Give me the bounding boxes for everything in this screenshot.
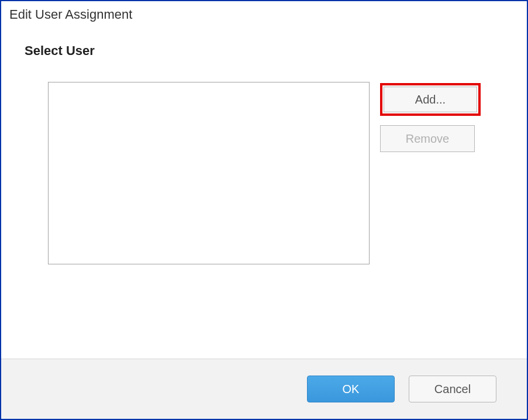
remove-button[interactable]: Remove: [380, 125, 475, 152]
ok-button[interactable]: OK: [307, 376, 395, 402]
dialog-footer: OK Cancel: [1, 359, 527, 419]
edit-user-assignment-dialog: Edit User Assignment Select User Add... …: [0, 0, 528, 420]
dialog-body: Select User Add... Remove: [1, 27, 527, 359]
add-button[interactable]: Add...: [384, 87, 477, 112]
cancel-button[interactable]: Cancel: [409, 376, 496, 402]
add-button-highlight: Add...: [380, 83, 481, 116]
content-row: Add... Remove: [25, 82, 503, 264]
user-listbox[interactable]: [48, 82, 370, 264]
side-button-group: Add... Remove: [380, 82, 481, 264]
section-heading: Select User: [25, 43, 503, 58]
dialog-title: Edit User Assignment: [1, 1, 527, 27]
